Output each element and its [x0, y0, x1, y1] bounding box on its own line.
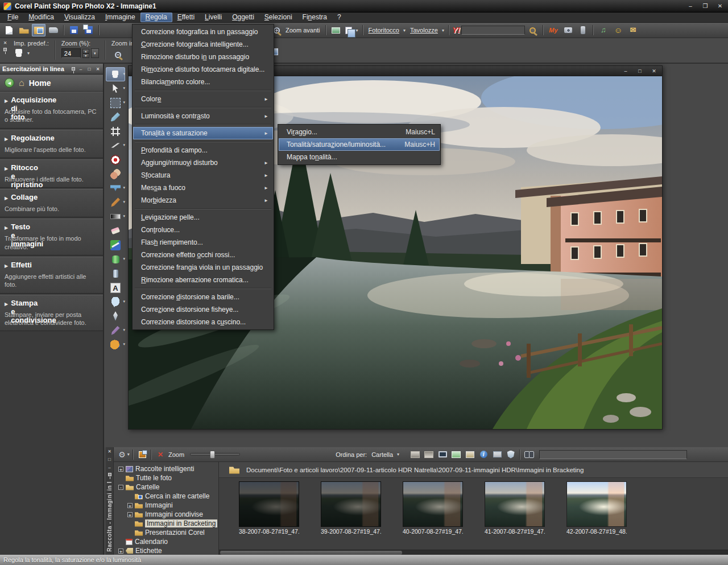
- preset-shape-tool[interactable]: ▾: [106, 295, 125, 309]
- flyout-arrow-icon[interactable]: ▾: [123, 257, 125, 261]
- music-icon[interactable]: ♫: [597, 24, 610, 36]
- scanner-import-icon[interactable]: [47, 24, 60, 36]
- menu-finestra[interactable]: Finestra: [297, 13, 332, 22]
- red-eye-tool[interactable]: [106, 152, 125, 167]
- menu-item-correzione-distorsione-a-cuscino[interactable]: Correzione distorsione a cuscino...: [133, 316, 273, 328]
- flyout-arrow-icon[interactable]: ▾: [123, 100, 125, 105]
- dropper-tool[interactable]: [106, 110, 125, 124]
- zoom-slider-dropdown-icon[interactable]: ▾: [91, 48, 99, 58]
- thumbnail-image[interactable]: [403, 481, 463, 527]
- thumbnail-image[interactable]: [321, 481, 381, 527]
- menu-visualizza[interactable]: Visualizza: [59, 13, 100, 22]
- selection-tool[interactable]: ▾: [106, 96, 125, 110]
- flyout-arrow-icon[interactable]: ▾: [123, 328, 125, 332]
- menu-item-messa-a-fuoco[interactable]: Messa a fuoco►: [133, 182, 273, 194]
- menu-item-controluce[interactable]: Controluce...: [133, 224, 273, 236]
- thumbnail-zoom-slider[interactable]: [190, 453, 240, 456]
- pen-tool[interactable]: [106, 309, 125, 323]
- close-icon[interactable]: ✕: [107, 449, 113, 454]
- yahoo-search-input[interactable]: [461, 26, 525, 35]
- open-image-icon[interactable]: [17, 24, 31, 36]
- browse-folders-icon[interactable]: [32, 24, 46, 36]
- horizontal-scrollbar[interactable]: [219, 550, 728, 555]
- background-eraser-tool[interactable]: [106, 238, 125, 252]
- thumbnail-image[interactable]: [239, 481, 299, 527]
- menu-item-correzione-effetto-occhi-rossi[interactable]: Correzione effetto occhi rossi...: [133, 249, 273, 261]
- learning-section-collage[interactable]: ▶CollageCombinare più foto.: [0, 189, 103, 217]
- flyout-arrow-icon[interactable]: ▾: [123, 200, 125, 204]
- tree-item-cerca-in-altre-cartelle[interactable]: Cerca in altre cartelle: [114, 492, 218, 501]
- tree-item-tutte-le-foto[interactable]: Tutte le foto: [114, 473, 218, 482]
- save-icon[interactable]: [67, 24, 81, 36]
- save-as-icon[interactable]: [82, 24, 96, 36]
- pin-icon[interactable]: [72, 67, 75, 71]
- lighten-darken-tool[interactable]: ▾: [106, 209, 125, 224]
- collapse-icon[interactable]: -: [118, 485, 123, 490]
- menu-item-colore[interactable]: Colore►: [133, 93, 273, 105]
- pin-icon[interactable]: [108, 473, 111, 476]
- delete-icon[interactable]: ✕: [154, 448, 167, 461]
- flyout-arrow-icon[interactable]: ▾: [123, 86, 125, 90]
- tree-item-immagini-in-bracketing[interactable]: Immagini in Bracketing: [114, 519, 218, 528]
- mail-icon[interactable]: ✉: [626, 24, 640, 36]
- menu-item-flash-riempimento[interactable]: Flash riempimento...: [133, 236, 273, 249]
- zoom-value-input[interactable]: 24: [61, 48, 81, 58]
- menu-item-mappa-tonalit[interactable]: Mappa tonalità...: [279, 151, 440, 163]
- image-upload-icon[interactable]: [449, 448, 463, 461]
- slider-handle[interactable]: [210, 451, 215, 459]
- flyout-arrow-icon[interactable]: ▾: [123, 185, 125, 190]
- clone-brush-tool[interactable]: ▾: [106, 181, 125, 195]
- zoom-out-icon[interactable]: [111, 48, 125, 61]
- eraser-tool[interactable]: [106, 224, 125, 238]
- gear-icon[interactable]: ⚙▾: [117, 448, 131, 461]
- close-icon[interactable]: ✕: [95, 67, 101, 72]
- flyout-arrow-icon[interactable]: ▾: [123, 214, 125, 218]
- flyout-arrow-icon[interactable]: ▾: [123, 143, 125, 147]
- menu-item-tonalit-e-saturazione[interactable]: Tonalità e saturazione►: [133, 127, 273, 139]
- expand-icon[interactable]: +: [118, 548, 123, 554]
- crop-tool[interactable]: [106, 124, 125, 138]
- back-icon[interactable]: ◄: [5, 78, 14, 88]
- learning-section-testo-e-immagini[interactable]: ▶Testo e immaginiTrasformare le foto in …: [0, 218, 103, 255]
- emoticon-icon[interactable]: ☺: [611, 24, 625, 36]
- tree-item-cartelle[interactable]: -Cartelle: [114, 482, 218, 492]
- learning-section-effetti[interactable]: ▶EffettiAggiungere effetti artistici all…: [0, 257, 103, 294]
- menu-item-correzione-fotografica-in-un-passaggio[interactable]: Correzione fotografica in un passaggio: [133, 26, 273, 38]
- flood-fill-tool[interactable]: ▾: [106, 252, 125, 266]
- color-replacer-tool[interactable]: ▾: [106, 323, 125, 337]
- learning-section-ritocco-e-ripristino[interactable]: ▶Ritocco e ripristinoRimuovere i difetti…: [0, 159, 103, 188]
- flyout-arrow-icon[interactable]: ▾: [123, 342, 125, 347]
- maximize-icon[interactable]: □: [635, 68, 644, 74]
- zoom-down-icon[interactable]: ▾: [82, 53, 89, 58]
- scrollbar-thumb[interactable]: [220, 551, 402, 555]
- tree-item-calendario[interactable]: Calendario: [114, 537, 218, 546]
- share-icon[interactable]: [463, 448, 477, 461]
- menu-item-rimozione-disturbo-in-un-passaggio[interactable]: Rimozione disturbo in un passaggio: [133, 51, 273, 63]
- learning-section-regolazione[interactable]: ▶RegolazioneMigliorare l'aspetto delle f…: [0, 130, 103, 158]
- sort-by-dropdown[interactable]: Cartella▾: [369, 448, 400, 461]
- express-lab-icon[interactable]: [135, 448, 149, 461]
- minimize-icon[interactable]: –: [621, 68, 630, 74]
- menu-item-correzione-distorsione-fisheye[interactable]: Correzione distorsione fisheye...: [133, 303, 273, 316]
- makeover-tool[interactable]: [106, 167, 125, 181]
- binoculars-icon[interactable]: [522, 448, 536, 461]
- menu-help[interactable]: ?: [332, 13, 346, 22]
- menu-item-correzione-frangia-viola-in-un-passaggio[interactable]: Correzione frangia viola in un passaggio: [133, 261, 273, 274]
- email-icon[interactable]: [490, 448, 504, 461]
- expand-icon[interactable]: +: [127, 512, 133, 517]
- zoom-up-icon[interactable]: ▴: [82, 49, 89, 53]
- menu-file[interactable]: File: [2, 13, 23, 22]
- paint-brush-tool[interactable]: ▾: [106, 195, 125, 209]
- mobile-icon[interactable]: [576, 24, 590, 36]
- tavolozze-dropdown[interactable]: Tavolozze▾: [408, 24, 445, 36]
- home-icon[interactable]: ⌂: [19, 79, 24, 88]
- menu-item-sfocatura[interactable]: Sfocatura►: [133, 169, 273, 182]
- close-icon[interactable]: ✕: [650, 68, 659, 74]
- menu-item-luminosit-e-contrasto[interactable]: Luminosità e contrasto►: [133, 110, 273, 122]
- tree-item-presentazioni-corel[interactable]: Presentazioni Corel: [114, 528, 218, 537]
- menu-regola[interactable]: Regola: [140, 13, 172, 22]
- pan-tool[interactable]: ▾: [106, 67, 125, 81]
- flyout-arrow-icon[interactable]: ▾: [123, 72, 125, 76]
- restore-icon[interactable]: ❐: [701, 3, 710, 9]
- close-icon[interactable]: ✕: [715, 3, 725, 9]
